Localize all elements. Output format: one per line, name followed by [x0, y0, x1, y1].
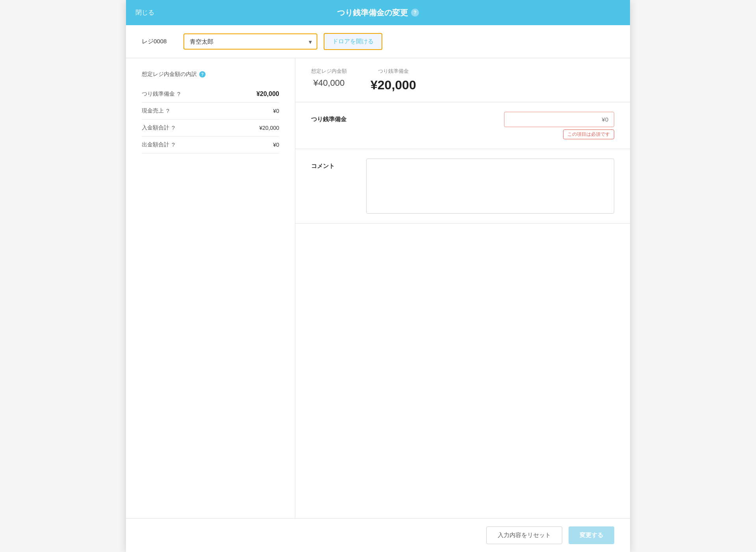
main-content: 想定レジ内金額の内訳 ? つり銭準備金 ? ¥20,000 現金売上 [126, 58, 630, 518]
submit-button[interactable]: 変更する [569, 526, 614, 544]
form-field-wrapper: この項目は必須です [366, 112, 614, 139]
row-label: 出金額合計 [142, 141, 169, 148]
expected-amount-label: 想定レジ内金額 [311, 68, 347, 75]
modal-footer: 入力内容をリセット 変更する [126, 518, 630, 552]
title-text: つり銭準備金の変更 [337, 7, 408, 18]
table-row: 入金額合計 ? ¥20,000 [142, 120, 279, 137]
left-panel: 想定レジ内金額の内訳 ? つり銭準備金 ? ¥20,000 現金売上 [126, 58, 295, 518]
row-label: 現金売上 [142, 107, 164, 114]
row-value: ¥0 [273, 108, 279, 114]
table-row: 出金額合計 ? ¥0 [142, 137, 279, 153]
modal-header: 閉じる つり銭準備金の変更 ? [126, 0, 630, 25]
modal-title: つり銭準備金の変更 ? [337, 7, 419, 18]
row-help-icon[interactable]: ? [172, 125, 175, 131]
expected-amount-value: ¥40,000 [313, 78, 345, 88]
register-label: レジ0008 [142, 38, 177, 45]
right-panel: 想定レジ内金額 ¥40,000 つり銭準備金 ¥20,000 つり銭準備金 この… [295, 58, 630, 518]
staff-select-wrapper: 青空太郎 ▾ [183, 33, 317, 50]
form-row: つり銭準備金 この項目は必須です [311, 112, 614, 139]
comment-row: コメント [311, 159, 614, 214]
close-button[interactable]: 閉じる [135, 9, 154, 17]
reserve-amount-label: つり銭準備金 [378, 68, 409, 75]
comment-section: コメント [295, 149, 630, 223]
content-spacer [295, 223, 630, 518]
error-message: この項目は必須です [563, 129, 614, 139]
table-row: つり銭準備金 ? ¥20,000 [142, 86, 279, 103]
form-section: つり銭準備金 この項目は必須です [295, 102, 630, 149]
toolbar-row: レジ0008 青空太郎 ▾ ドロアを開ける [126, 25, 630, 58]
summary-row: 想定レジ内金額 ¥40,000 つり銭準備金 ¥20,000 [295, 58, 630, 102]
breakdown-title: 想定レジ内金額の内訳 ? [142, 71, 279, 78]
reset-button[interactable]: 入力内容をリセット [486, 526, 562, 544]
row-help-icon[interactable]: ? [177, 91, 180, 97]
drawer-button[interactable]: ドロアを開ける [324, 33, 382, 50]
row-label: つり銭準備金 [142, 90, 175, 98]
reserve-amount-value: ¥20,000 [371, 78, 416, 92]
form-field-label: つり銭準備金 [311, 112, 358, 123]
row-value: ¥20,000 [256, 90, 279, 97]
comment-label: コメント [311, 159, 358, 170]
row-help-icon[interactable]: ? [166, 108, 169, 114]
breakdown-table: つり銭準備金 ? ¥20,000 現金売上 ? ¥0 [142, 86, 279, 153]
breakdown-help-icon[interactable]: ? [199, 71, 206, 78]
breakdown-title-text: 想定レジ内金額の内訳 [142, 71, 197, 78]
row-label: 入金額合計 [142, 124, 169, 131]
staff-select[interactable]: 青空太郎 [184, 34, 317, 49]
row-value: ¥20,000 [259, 125, 279, 131]
row-value: ¥0 [273, 142, 279, 148]
reserve-amount-item: つり銭準備金 ¥20,000 [371, 68, 416, 92]
expected-amount-item: 想定レジ内金額 ¥40,000 [311, 68, 347, 92]
row-help-icon[interactable]: ? [172, 142, 175, 148]
table-row: 現金売上 ? ¥0 [142, 103, 279, 120]
header-help-icon[interactable]: ? [411, 9, 419, 17]
amount-input[interactable] [504, 112, 614, 127]
comment-textarea[interactable] [366, 159, 614, 214]
